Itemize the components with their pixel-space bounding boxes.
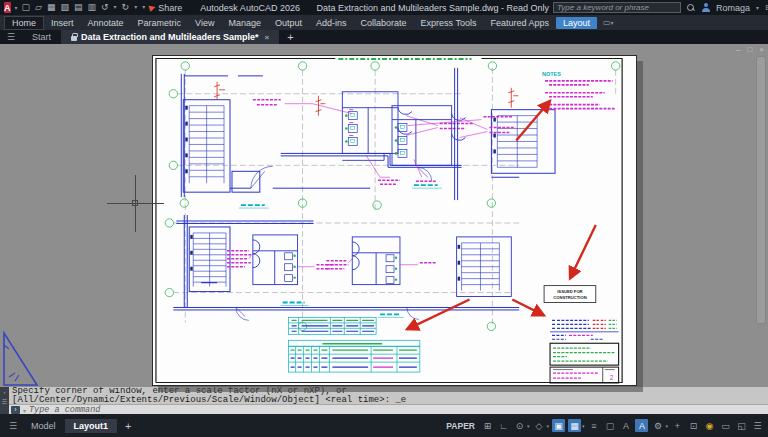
qat-customize-caret-icon[interactable]: ▾ [142, 2, 145, 13]
status-bar: ☰ Model Layout1 + PAPER ⊞ ∟ ⊙ ▾ ◇ ▾ ▣ ▦ … [0, 414, 768, 437]
doc-minimize-button[interactable]: – [736, 45, 740, 54]
tab-collaborate[interactable]: Collaborate [354, 17, 414, 29]
object-snap-tracking-icon[interactable]: ▦ [568, 419, 581, 432]
canvas-scrollbar[interactable] [756, 56, 766, 324]
snap-mode-icon[interactable]: ⊞ [481, 419, 494, 432]
save-as-icon[interactable]: ▧ [60, 2, 69, 13]
command-history[interactable]: Specify corner of window, enter a scale … [9, 387, 768, 405]
clean-screen-icon[interactable]: ◱ [735, 419, 748, 432]
doc-restore-button[interactable]: □ [747, 45, 752, 54]
command-menu-icon[interactable]: ☰ [2, 398, 7, 405]
tab-layout[interactable]: Layout [556, 17, 597, 29]
polar-tracking-icon[interactable]: ⊙ [513, 419, 526, 432]
notes-block: NOTES [542, 71, 615, 109]
tab-annotate[interactable]: Annotate [81, 17, 131, 29]
status-toggles: PAPER ⊞ ∟ ⊙ ▾ ◇ ▾ ▣ ▦ ▾ ≡ ▢ A A ⚙ ▾ + ⊡ … [446, 419, 764, 432]
stamp-line1: ISSUED FOR [557, 289, 582, 294]
tab-insert[interactable]: Insert [44, 17, 81, 29]
share-button[interactable]: ▶ Share [149, 3, 182, 13]
autoscale-icon[interactable]: A [635, 419, 648, 432]
command-recent-caret-icon[interactable]: ▾ [23, 407, 26, 414]
new-tab-button[interactable]: + [279, 30, 301, 44]
plot-icon[interactable]: ▤ [74, 2, 83, 13]
file-tab-menu-icon[interactable]: ☰ [0, 30, 22, 44]
quick-access-toolbar: ▢ ▱ ▦ ▧ ▤ ▥ ↺ ▾ ↻ ▾ ▾ [22, 2, 146, 13]
tab-view[interactable]: View [188, 17, 221, 29]
tab-addins[interactable]: Add-ins [309, 17, 354, 29]
product-name: Autodesk AutoCAD 2026 [200, 3, 300, 13]
drawing-canvas[interactable]: – □ × [0, 44, 768, 387]
user-avatar[interactable] [701, 3, 710, 12]
workspace-gear-icon[interactable]: ⚙ [651, 419, 664, 432]
isolate-objects-icon[interactable]: ◉ [703, 419, 716, 432]
schedule-table-1 [289, 317, 376, 334]
start-tab-label: Start [32, 32, 51, 42]
document-name: Data Extraction and Multileaders Sample.… [316, 3, 549, 13]
undo-icon[interactable]: ↺ [101, 2, 109, 13]
undo-caret-icon[interactable]: ▾ [114, 2, 117, 13]
tab-home[interactable]: Home [4, 16, 44, 30]
tab-model[interactable]: Model [22, 419, 65, 433]
paper-space-indicator[interactable]: PAPER [446, 421, 475, 431]
lineweight-icon[interactable]: ≡ [587, 419, 600, 432]
sheet-set-icon[interactable]: ▥ [88, 2, 97, 13]
search-input[interactable] [553, 2, 681, 13]
command-history-line2: [All/Center/Dynamic/Extents/Previous/Sca… [12, 396, 765, 405]
tab-express-tools[interactable]: Express Tools [414, 17, 484, 29]
ribbon-minimize-icon[interactable]: ▭ [603, 18, 611, 27]
command-window-grip[interactable]: ‹ ☰ [0, 387, 9, 414]
app-menu-caret-icon[interactable]: ▾ [15, 4, 18, 11]
revision-number: 2 [610, 374, 614, 381]
isodraft-icon[interactable]: ◇ [532, 419, 545, 432]
tab-output[interactable]: Output [268, 17, 309, 29]
autocad-logo-icon[interactable]: A [4, 2, 11, 13]
layout-menu-icon[interactable]: ☰ [4, 421, 22, 431]
object-snap-icon[interactable]: ▣ [552, 419, 565, 432]
account-caret-icon[interactable]: ▾ [756, 4, 759, 11]
open-file-icon[interactable]: ▱ [35, 2, 42, 13]
notes-title: NOTES [542, 71, 561, 77]
annotation-visibility-icon[interactable]: A [619, 419, 632, 432]
customization-icon[interactable]: ☰ [751, 419, 764, 432]
ribbon-minimize-caret-icon[interactable]: ▾ [611, 19, 614, 26]
tab-layout1[interactable]: Layout1 [65, 419, 118, 433]
drawing-content: NOTES ISSUED FOR CONSTRUCTION [153, 56, 636, 385]
redo-icon[interactable]: ↻ [122, 2, 130, 13]
annotation-arrow-4 [407, 300, 470, 330]
tab-featured-apps[interactable]: Featured Apps [483, 17, 556, 29]
command-window: ‹ ☰ Specify corner of window, enter a sc… [0, 387, 768, 414]
share-label: Share [158, 3, 182, 13]
quick-properties-icon[interactable]: ⊡ [687, 419, 700, 432]
selection-cycling-icon[interactable]: ▢ [603, 419, 616, 432]
tab-manage[interactable]: Manage [221, 17, 268, 29]
tab-close-icon[interactable]: × [265, 33, 270, 42]
workspace-caret-icon[interactable]: ▾ [665, 423, 668, 429]
annotation-arrow-1 [516, 101, 550, 141]
osnap-caret-icon[interactable]: ▾ [582, 423, 585, 429]
share-icon: ▶ [148, 2, 157, 12]
annotation-monitor-icon[interactable]: + [671, 419, 684, 432]
stamp-line2: CONSTRUCTION [553, 295, 586, 300]
new-layout-button[interactable]: + [117, 420, 139, 432]
doc-close-button[interactable]: × [759, 45, 764, 54]
title-bar: A ▾ ▢ ▱ ▦ ▧ ▤ ▥ ↺ ▾ ↻ ▾ ▾ ▶ Share Autode… [0, 0, 768, 15]
plan-bottom-center [326, 237, 511, 318]
redo-caret-icon[interactable]: ▾ [134, 2, 137, 13]
command-prompt-icon[interactable]: › [11, 406, 20, 414]
tab-parametric[interactable]: Parametric [131, 17, 189, 29]
command-collapse-icon[interactable]: ‹ [4, 389, 6, 395]
ortho-mode-icon[interactable]: ∟ [497, 419, 510, 432]
user-name[interactable]: Romaga [716, 3, 750, 13]
new-file-icon[interactable]: ▢ [22, 2, 31, 13]
search-icon[interactable] [687, 4, 695, 12]
save-icon[interactable]: ▦ [47, 2, 56, 13]
annotation-arrow-2 [570, 225, 596, 279]
isodraft-caret-icon[interactable]: ▾ [546, 423, 549, 429]
ucs-icon [1, 331, 41, 387]
graphics-performance-icon[interactable]: ▭ [719, 419, 732, 432]
readonly-lock-icon [71, 36, 77, 41]
paper-sheet[interactable]: NOTES ISSUED FOR CONSTRUCTION [152, 55, 637, 386]
tab-start[interactable]: Start [22, 30, 61, 44]
tab-document[interactable]: Data Extraction and Multileaders Sample*… [61, 30, 279, 44]
polar-caret-icon[interactable]: ▾ [527, 423, 530, 429]
